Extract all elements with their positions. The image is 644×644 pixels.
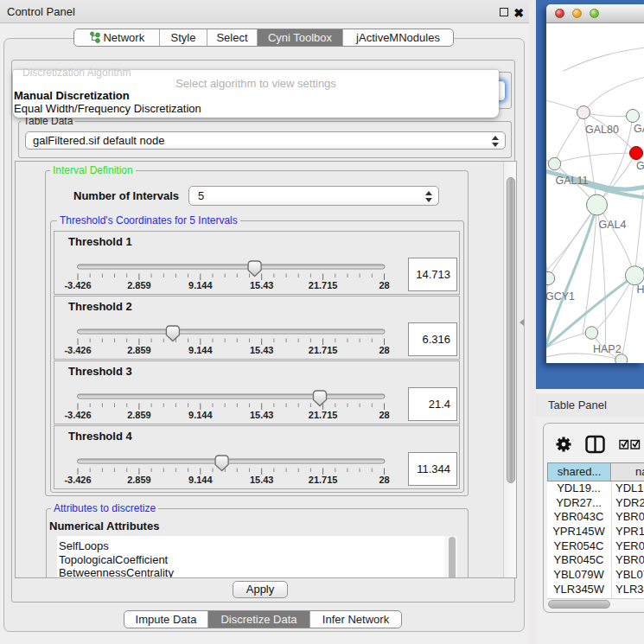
svg-text:28: 28 bbox=[379, 345, 389, 355]
svg-text:15.43: 15.43 bbox=[250, 280, 274, 290]
svg-text:2.859: 2.859 bbox=[127, 475, 151, 485]
svg-text:9.144: 9.144 bbox=[188, 475, 213, 485]
svg-text:-3.426: -3.426 bbox=[64, 410, 91, 420]
svg-text:28: 28 bbox=[379, 280, 389, 290]
svg-text:28: 28 bbox=[379, 475, 389, 485]
svg-text:GAL80: GAL80 bbox=[585, 124, 619, 136]
svg-text:15.43: 15.43 bbox=[250, 475, 274, 485]
svg-text:2.859: 2.859 bbox=[127, 280, 151, 290]
svg-text:9.144: 9.144 bbox=[188, 345, 213, 355]
svg-text:2.859: 2.859 bbox=[127, 345, 151, 355]
svg-text:GCY1: GCY1 bbox=[546, 290, 575, 303]
svg-text:-3.426: -3.426 bbox=[64, 280, 91, 290]
svg-text:15.43: 15.43 bbox=[250, 410, 274, 420]
svg-text:21.715: 21.715 bbox=[309, 280, 338, 290]
svg-text:9.144: 9.144 bbox=[188, 280, 213, 290]
svg-text:-3.426: -3.426 bbox=[64, 345, 91, 355]
svg-text:GAL11: GAL11 bbox=[556, 175, 589, 187]
svg-text:G: G bbox=[636, 160, 644, 172]
svg-text:HAP2: HAP2 bbox=[593, 343, 622, 355]
svg-text:21.715: 21.715 bbox=[309, 345, 338, 355]
svg-text:21.715: 21.715 bbox=[309, 475, 338, 485]
svg-text:H: H bbox=[637, 284, 644, 296]
svg-text:21.715: 21.715 bbox=[309, 410, 338, 420]
svg-text:-3.426: -3.426 bbox=[64, 475, 91, 485]
svg-text:28: 28 bbox=[379, 410, 389, 420]
svg-text:2.859: 2.859 bbox=[127, 410, 151, 420]
svg-text:GA: GA bbox=[634, 123, 644, 135]
svg-text:9.144: 9.144 bbox=[188, 410, 213, 420]
svg-text:GAL4: GAL4 bbox=[599, 219, 627, 231]
svg-text:15.43: 15.43 bbox=[250, 345, 274, 355]
